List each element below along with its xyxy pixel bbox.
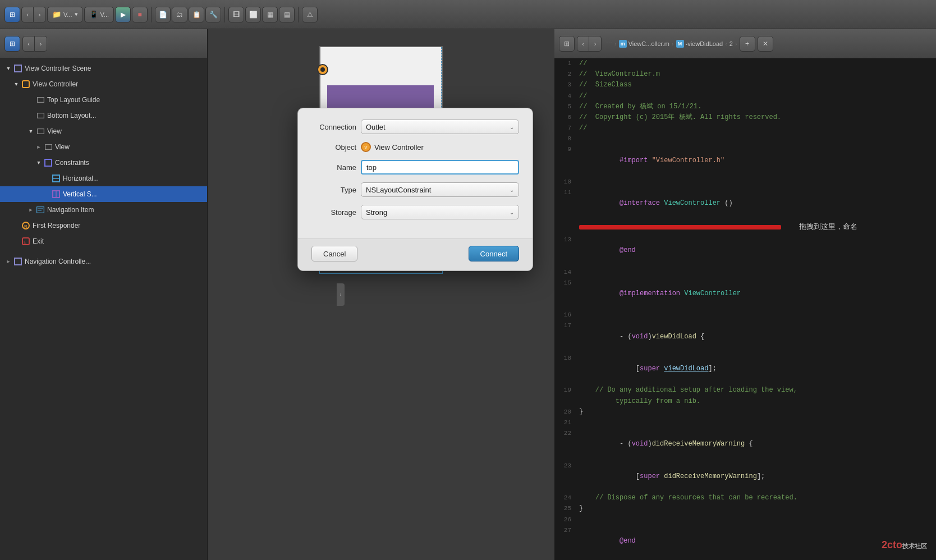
file-btn-2[interactable]: 🗂 bbox=[172, 7, 187, 22]
right-nav-forward[interactable]: › bbox=[589, 36, 602, 52]
tree-item-vertical[interactable]: Vertical S... bbox=[0, 186, 207, 202]
code-line-10: 10 bbox=[554, 177, 936, 187]
breadcrumb-method[interactable]: M -viewDidLoad bbox=[676, 40, 723, 48]
line-num-16: 16 bbox=[554, 310, 577, 320]
code-line-2: 2 // ViewController.m bbox=[554, 69, 936, 80]
breadcrumb: ⋯ › m ViewC...oller.m › M -viewDidLoad ‹… bbox=[606, 40, 737, 48]
first-responder-label: First Responder bbox=[33, 222, 207, 229]
vc-scene-label: View Controller Scene bbox=[25, 65, 207, 72]
breadcrumb-separator-1: ⋯ bbox=[606, 40, 612, 47]
line-content-26 bbox=[577, 515, 936, 525]
line-content-15: @implementation ViewController bbox=[577, 278, 936, 310]
right-toolbar[interactable]: ⊞ ‹ › ⋯ › m ViewC...oller.m › M -v bbox=[554, 29, 936, 58]
breadcrumb-file[interactable]: m ViewC...oller.m bbox=[619, 40, 669, 48]
tree-item-horizontal[interactable]: Horizontal... bbox=[0, 171, 207, 186]
type-select[interactable]: NSLayoutConstraint ⌄ bbox=[361, 182, 519, 197]
connection-select[interactable]: Outlet ⌄ bbox=[361, 120, 519, 134]
arrow-vertical bbox=[43, 190, 51, 198]
left-nav-forward[interactable]: › bbox=[35, 36, 47, 52]
storage-value: Strong bbox=[366, 208, 387, 217]
collapse-handle[interactable]: › bbox=[337, 283, 345, 306]
device-pill[interactable]: 📱 V... bbox=[84, 7, 114, 22]
code-line-9: 9 #import "ViewController.h" bbox=[554, 144, 936, 177]
target-label: V... bbox=[63, 11, 72, 18]
line-num-7: 7 bbox=[554, 123, 577, 134]
code-line-13: 13 @end bbox=[554, 235, 936, 267]
line-num-14: 14 bbox=[554, 267, 577, 278]
nav-forward-button[interactable]: › bbox=[34, 7, 46, 22]
constraints-icon bbox=[44, 158, 53, 167]
code-view[interactable]: 1 // 2 // ViewController.m 3 // SizeClas… bbox=[554, 58, 936, 560]
line-content-11: @interface ViewController () bbox=[577, 187, 936, 220]
build-target-pill[interactable]: 📁 V... ▾ bbox=[47, 7, 83, 22]
type-label: Type bbox=[311, 186, 356, 194]
view-btn-3[interactable]: ▦ bbox=[262, 7, 278, 22]
exit-icon: E bbox=[21, 237, 30, 246]
line-content-8 bbox=[577, 134, 936, 144]
left-nav-back[interactable]: ‹ bbox=[22, 36, 35, 52]
file-btn-4[interactable]: 🔧 bbox=[205, 7, 221, 22]
tree-item-first-responder[interactable]: R First Responder bbox=[0, 218, 207, 233]
view-btn-1[interactable]: 🎞 bbox=[228, 7, 244, 22]
line-content-20: } bbox=[577, 407, 936, 417]
storage-select[interactable]: Strong ⌄ bbox=[361, 205, 519, 219]
code-line-25: 25 } bbox=[554, 503, 936, 514]
connect-button[interactable]: Connect bbox=[469, 246, 519, 261]
toolbar-divider-3 bbox=[298, 7, 299, 22]
bottom-layout-icon bbox=[36, 111, 45, 120]
line-content-5: // Created by 杨斌 on 15/1/21. bbox=[577, 102, 936, 112]
tree-item-view-parent[interactable]: ▼ View bbox=[0, 123, 207, 139]
run-button[interactable]: ▶ bbox=[115, 7, 131, 22]
file-btn-3[interactable]: 📋 bbox=[189, 7, 204, 22]
toolbar-left-group: ⊞ ‹ › 📁 V... ▾ 📱 V... ▶ ■ 📄 🗂 📋 🔧 🎞 ⬜ ▦ … bbox=[4, 7, 318, 22]
top-layout-icon bbox=[36, 95, 45, 104]
tree-item-vc[interactable]: ▼ View Controller bbox=[0, 76, 207, 92]
close-right-button[interactable]: ✕ bbox=[758, 36, 773, 52]
add-button[interactable]: + bbox=[740, 36, 755, 52]
line-content-24: // Dispose of any resources that can be … bbox=[577, 493, 936, 503]
code-line-19: 19 // Do any additional setup after load… bbox=[554, 385, 936, 396]
main-toolbar[interactable]: ⊞ ‹ › 📁 V... ▾ 📱 V... ▶ ■ 📄 🗂 📋 🔧 🎞 ⬜ ▦ … bbox=[0, 0, 936, 29]
tree-item-view-child[interactable]: ► View bbox=[0, 139, 207, 155]
svg-text:E: E bbox=[24, 240, 26, 245]
stop-button[interactable]: ■ bbox=[132, 7, 148, 22]
warning-btn[interactable]: ⚠ bbox=[302, 7, 318, 22]
arrow-constraints: ▼ bbox=[35, 159, 43, 167]
tree-item-constraints[interactable]: ▼ Constraints bbox=[0, 155, 207, 171]
line-num-10: 10 bbox=[554, 177, 577, 187]
line-content-2: // ViewController.m bbox=[577, 69, 936, 80]
code-line-27: 27 @end bbox=[554, 525, 936, 558]
view-btn-2[interactable]: ⬜ bbox=[245, 7, 261, 22]
view-btn-4[interactable]: ▤ bbox=[279, 7, 295, 22]
tree-item-top-layout[interactable]: Top Layout Guide bbox=[0, 92, 207, 108]
object-label: Object bbox=[311, 143, 356, 152]
arrow-exit bbox=[12, 237, 20, 245]
line-content-3: // SizeClass bbox=[577, 80, 936, 90]
right-panel-toggle[interactable]: ⊞ bbox=[559, 36, 575, 52]
tree-item-nav-item[interactable]: ► Navigation Item bbox=[0, 202, 207, 218]
file-btn-1[interactable]: 📄 bbox=[155, 7, 171, 22]
tree-item-vc-scene[interactable]: ▼ View Controller Scene bbox=[0, 61, 207, 76]
cancel-button[interactable]: Cancel bbox=[311, 246, 357, 261]
left-toolbar[interactable]: ⊞ ‹ › bbox=[0, 29, 207, 58]
breadcrumb-sep-2: › bbox=[672, 40, 674, 47]
storage-label: Storage bbox=[311, 208, 356, 217]
arrow-view-parent: ▼ bbox=[27, 127, 35, 135]
tree-item-nav-controller[interactable]: ► Navigation Controlle... bbox=[0, 254, 207, 269]
nav-back-button[interactable]: ‹ bbox=[21, 7, 34, 22]
scheme-button[interactable]: ⊞ bbox=[4, 7, 20, 22]
name-label: Name bbox=[311, 163, 356, 172]
modal-connection-row: Connection Outlet ⌄ bbox=[311, 120, 519, 134]
storage-arrow-icon: ⌄ bbox=[510, 209, 514, 215]
connection-arrow-icon: ⌄ bbox=[510, 124, 514, 130]
left-panel-toggle[interactable]: ⊞ bbox=[4, 36, 20, 52]
arrow-bottom-layout bbox=[27, 112, 35, 120]
tree-item-exit[interactable]: E Exit bbox=[0, 233, 207, 249]
breadcrumb-sep-1: › bbox=[614, 40, 617, 47]
tree-view[interactable]: ▼ View Controller Scene ▼ View Controlle… bbox=[0, 58, 207, 560]
right-nav-back[interactable]: ‹ bbox=[577, 36, 589, 52]
tree-item-bottom-layout[interactable]: Bottom Layout... bbox=[0, 108, 207, 123]
name-input[interactable] bbox=[361, 160, 519, 175]
line-num-22: 22 bbox=[554, 428, 577, 461]
line-num-13: 13 bbox=[554, 235, 577, 267]
